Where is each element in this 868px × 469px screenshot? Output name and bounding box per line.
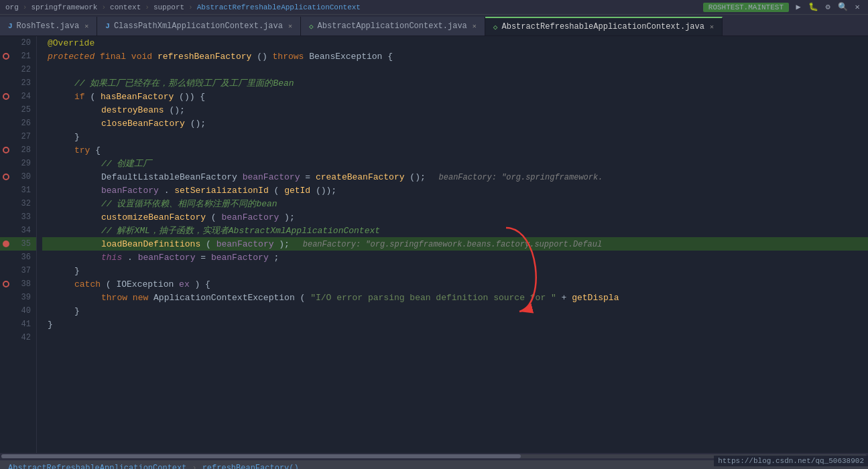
top-nav-bar: org › springframework › context › suppor…: [0, 0, 868, 15]
watermark: https://blog.csdn.net/qq_50638902: [714, 456, 868, 466]
settings-icon[interactable]: ⚙: [822, 2, 833, 13]
code-line-32: // 设置循环依赖、相同名称注册不同的bean: [42, 197, 868, 210]
code-line-38: catch ( IOException ex ) {: [42, 277, 868, 291]
code-line-37: }: [42, 264, 868, 277]
java-icon: J: [105, 22, 110, 30]
line-25: 25: [0, 103, 36, 117]
line-31: 31: [0, 184, 36, 197]
nav-class[interactable]: AbstractRefreshableApplicationContext: [197, 3, 361, 11]
line-35: 35: [0, 237, 36, 251]
line-22: 22: [0, 63, 36, 76]
nav-org[interactable]: org: [5, 3, 19, 11]
run-section: ROSHTEST.MAINTEST ▶ 🐛 ⚙ 🔍 ✕: [703, 2, 863, 13]
code-line-35: loadBeanDefinitions ( beanFactory ); bea…: [42, 237, 868, 251]
line-42: 42: [0, 331, 36, 344]
line-36: 36: [0, 251, 36, 264]
code-line-22: [42, 63, 868, 76]
line-30: 30: [0, 170, 36, 184]
java-icon: J: [8, 22, 13, 30]
line-27: 27: [0, 130, 36, 143]
tab-bar: J RoshTest.java ✕ J ClassPathXmlApplicat…: [0, 15, 868, 36]
line-33: 33: [0, 210, 36, 224]
tab-close-icon[interactable]: ✕: [84, 22, 88, 30]
code-line-23: // 如果工厂已经存在，那么销毁工厂及工厂里面的Bean: [42, 76, 868, 90]
code-line-20: @Override: [42, 36, 868, 50]
nav-support[interactable]: support: [153, 3, 184, 11]
tab-close-icon[interactable]: ✕: [473, 22, 477, 30]
code-line-41: }: [42, 318, 868, 331]
code-line-33: customizeBeanFactory ( beanFactory );: [42, 210, 868, 224]
line-28-icon[interactable]: [1, 145, 11, 155]
tab-roshtestjava[interactable]: J RoshTest.java ✕: [0, 17, 97, 36]
tab-label: AbstractApplicationContext.java: [318, 21, 467, 31]
line-30-icon[interactable]: [1, 172, 11, 182]
line-21: 21: [0, 50, 36, 63]
line-24-icon[interactable]: [1, 92, 11, 101]
code-line-27: }: [42, 130, 868, 143]
code-line-39: throw new ApplicationContextException ( …: [42, 291, 868, 304]
line-20: 20: [0, 36, 36, 50]
tab-classpathxml[interactable]: J ClassPathXmlApplicationContext.java ✕: [97, 17, 301, 36]
tab-abstractappctx[interactable]: ◇ AbstractApplicationContext.java ✕: [301, 17, 485, 36]
code-line-26: closeBeanFactory ();: [42, 117, 868, 130]
code-line-34: // 解析XML，抽子函数，实现者AbstractXmlApplicationC…: [42, 224, 868, 237]
line-24: 24: [0, 90, 36, 103]
abstract-icon: ◇: [493, 23, 498, 31]
play-icon[interactable]: ▶: [793, 2, 804, 13]
code-editor[interactable]: @Override protected final void refreshBe…: [37, 36, 868, 453]
tab-close-icon[interactable]: ✕: [288, 22, 292, 30]
debug-icon[interactable]: 🐛: [808, 2, 818, 13]
tab-label: ClassPathXmlApplicationContext.java: [114, 21, 283, 31]
nav-springframework[interactable]: springframework: [31, 3, 97, 11]
code-line-24: if ( hasBeanFactory ()) {: [42, 90, 868, 103]
tab-close-icon[interactable]: ✕: [710, 23, 714, 31]
line-40: 40: [0, 304, 36, 318]
line-number-gutter: 20 21 22 23 24 25 26 27: [0, 36, 37, 453]
scrollbar-thumb[interactable]: [1, 454, 521, 458]
code-line-42: [42, 331, 868, 344]
tab-abstractrefreshable[interactable]: ◇ AbstractRefreshableApplicationContext.…: [485, 17, 723, 36]
line-21-icon[interactable]: [1, 52, 11, 61]
line-32: 32: [0, 197, 36, 210]
editor-container: 20 21 22 23 24 25 26 27: [0, 36, 868, 453]
line-23: 23: [0, 76, 36, 90]
line-28: 28: [0, 143, 36, 157]
code-line-29: // 创建工厂: [42, 157, 868, 170]
code-line-40: }: [42, 304, 868, 318]
code-line-21: protected final void refreshBeanFactory …: [42, 50, 868, 63]
line-37: 37: [0, 264, 36, 277]
line-38: 38: [0, 277, 36, 291]
line-29: 29: [0, 157, 36, 170]
line-35-icon[interactable]: [1, 239, 11, 249]
status-classname[interactable]: AbstractRefreshableApplicationContext: [8, 464, 186, 470]
line-34: 34: [0, 224, 36, 237]
close-icon[interactable]: ✕: [852, 2, 863, 13]
run-badge[interactable]: ROSHTEST.MAINTEST: [703, 3, 789, 12]
nav-context[interactable]: context: [110, 3, 141, 11]
tab-label: RoshTest.java: [17, 21, 80, 31]
code-line-28: try {: [42, 143, 868, 157]
line-38-icon[interactable]: [1, 279, 11, 289]
line-39: 39: [0, 291, 36, 304]
code-line-31: beanFactory . setSerializationId ( getId…: [42, 184, 868, 197]
line-26: 26: [0, 117, 36, 130]
abstract-icon: ◇: [309, 22, 314, 31]
tab-label: AbstractRefreshableApplicationContext.ja…: [501, 22, 704, 31]
code-line-30: DefaultListableBeanFactory beanFactory =…: [42, 170, 868, 184]
code-line-36: this . beanFactory = beanFactory ;: [42, 251, 868, 264]
search-icon[interactable]: 🔍: [837, 2, 848, 13]
status-methodname[interactable]: refreshBeanFactory(): [202, 464, 299, 470]
code-line-25: destroyBeans ();: [42, 103, 868, 117]
line-41: 41: [0, 318, 36, 331]
